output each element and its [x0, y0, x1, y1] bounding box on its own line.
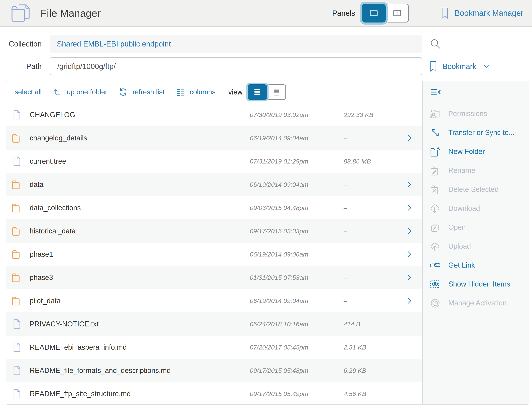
upload-icon	[429, 241, 441, 252]
collapse-panel-icon	[430, 86, 442, 98]
open-button: Open	[423, 218, 529, 237]
table-row[interactable]: phase1 06/19/2014 09:06am –	[6, 243, 422, 266]
permissions-button: Permissions	[423, 104, 529, 123]
file-size: 414 B	[344, 320, 396, 328]
refresh-list-button[interactable]: refresh list	[118, 87, 165, 97]
select-all-button[interactable]: select all	[15, 88, 42, 96]
file-name: phase1	[30, 250, 250, 258]
action-label: Transfer or Sync to...	[448, 129, 515, 137]
chevron-right-icon[interactable]	[405, 134, 413, 142]
table-row[interactable]: README_ebi_aspera_info.md 07/20/2017 05:…	[6, 336, 422, 359]
file-size: 2.31 KB	[344, 344, 396, 351]
path-label: Path	[6, 62, 42, 71]
action-label: Upload	[448, 242, 471, 250]
dual-panel-button[interactable]	[385, 4, 409, 23]
table-row[interactable]: data 06/19/2014 09:04am –	[6, 173, 422, 196]
collapse-sidebar-button[interactable]	[430, 86, 442, 98]
actions-sidebar: Permissions Transfer or Sync to...	[422, 81, 529, 404]
file-size: 88.86 MB	[344, 158, 396, 165]
chevron-right-icon[interactable]	[405, 204, 413, 212]
file-size: –	[344, 204, 396, 212]
folder-icon	[11, 249, 22, 260]
file-date: 06/19/2014 09:06am	[250, 251, 344, 258]
file-date: 09/17/2015 05:48pm	[250, 367, 344, 374]
table-row[interactable]: historical_data 09/17/2015 03:33pm –	[6, 219, 422, 243]
list-toolbar: select all up one folder refresh list	[6, 81, 422, 103]
path-input[interactable]	[50, 57, 422, 75]
transfer-or-sync-button[interactable]: Transfer or Sync to...	[423, 123, 529, 142]
chevron-right-icon[interactable]	[405, 180, 413, 188]
file-size: –	[344, 297, 396, 305]
action-label: Rename	[448, 167, 475, 175]
chevron-right-icon[interactable]	[405, 297, 413, 305]
collection-row: Collection Shared EMBL-EBI public endpoi…	[6, 35, 532, 53]
folder-icon	[11, 133, 22, 144]
action-label: Manage Activation	[448, 299, 507, 307]
table-row[interactable]: PRIVACY-NOTICE.txt 05/24/2018 10:16am 41…	[6, 312, 422, 336]
chevron-right-icon[interactable]	[405, 273, 413, 281]
get-link-button[interactable]: Get Link	[423, 256, 529, 275]
table-row[interactable]: data_collections 09/03/2015 04:48pm –	[6, 196, 422, 219]
folder-icon	[11, 272, 22, 283]
condensed-view-button[interactable]	[267, 84, 286, 100]
action-label: Permissions	[448, 110, 487, 118]
single-panel-button[interactable]	[362, 4, 386, 23]
collection-input[interactable]: Shared EMBL-EBI public endpoint	[50, 35, 422, 53]
file-size: 4.56 KB	[344, 390, 396, 398]
table-row[interactable]: CHANGELOG 07/30/2019 03:02am 292.33 KB	[6, 103, 422, 126]
chevron-right-icon[interactable]	[405, 250, 413, 258]
action-label: Show Hidden Items	[448, 280, 510, 288]
folder-icon	[11, 295, 22, 306]
filters-section: Collection Shared EMBL-EBI public endpoi…	[0, 27, 532, 75]
file-name: pilot_data	[30, 297, 250, 305]
table-row[interactable]: current.tree 07/31/2019 01:29pm 88.86 MB	[6, 150, 422, 173]
file-icon	[11, 365, 22, 376]
download-icon	[429, 203, 441, 214]
columns-icon	[175, 87, 185, 97]
bookmark-dropdown[interactable]: Bookmark	[429, 60, 490, 72]
file-size: –	[344, 135, 396, 142]
list-view-button[interactable]	[248, 84, 267, 100]
file-date: 01/31/2015 07:53am	[250, 274, 344, 281]
file-name: README_ftp_site_structure.md	[30, 390, 250, 398]
up-one-folder-button[interactable]: up one folder	[52, 87, 107, 97]
file-name: data_collections	[30, 204, 250, 212]
up-one-folder-label: up one folder	[67, 88, 107, 96]
columns-button[interactable]: columns	[175, 87, 216, 97]
show-hidden-items-button[interactable]: Show Hidden Items	[423, 275, 529, 294]
download-button: Download	[423, 199, 529, 218]
folder-icon	[11, 179, 22, 190]
file-name: README_file_formats_and_descriptions.md	[30, 366, 250, 375]
file-date: 06/19/2014 09:04am	[250, 181, 344, 188]
table-row[interactable]: README_ftp_site_structure.md 09/17/2015 …	[6, 382, 422, 405]
up-one-folder-icon	[52, 87, 62, 97]
open-icon	[429, 222, 441, 233]
file-name: changelog_details	[30, 134, 250, 142]
chevron-right-icon[interactable]	[405, 227, 413, 235]
file-name: historical_data	[30, 227, 250, 235]
file-area: select all up one folder refresh list	[6, 81, 422, 404]
file-name: phase3	[30, 273, 250, 282]
file-date: 09/17/2015 05:49pm	[250, 390, 344, 398]
columns-label: columns	[190, 88, 216, 96]
file-name: current.tree	[30, 157, 250, 165]
file-date: 07/20/2017 05:45pm	[250, 344, 344, 351]
search-icon[interactable]	[429, 38, 441, 50]
bookmark-icon	[429, 60, 437, 72]
new-folder-button[interactable]: New Folder	[423, 142, 529, 161]
bookmark-manager-link[interactable]: Bookmark Manager	[441, 7, 523, 19]
get-link-icon	[429, 260, 441, 271]
panels-label: Panels	[332, 9, 355, 17]
table-row[interactable]: README_file_formats_and_descriptions.md …	[6, 359, 422, 382]
app-header: File Manager Panels Bookmark Manager	[0, 0, 532, 27]
action-label: Delete Selected	[448, 186, 499, 194]
rename-button: Rename	[423, 161, 529, 180]
table-row[interactable]: pilot_data 06/19/2014 09:04am –	[6, 289, 422, 312]
file-icon	[11, 109, 22, 120]
table-row[interactable]: changelog_details 06/19/2014 09:04am –	[6, 126, 422, 150]
file-date: 09/17/2015 03:33pm	[250, 228, 344, 235]
table-row[interactable]: phase3 01/31/2015 07:53am –	[6, 266, 422, 289]
file-date: 07/31/2019 01:29pm	[250, 158, 344, 165]
file-date: 09/03/2015 04:48pm	[250, 204, 344, 212]
collection-label: Collection	[6, 40, 42, 48]
